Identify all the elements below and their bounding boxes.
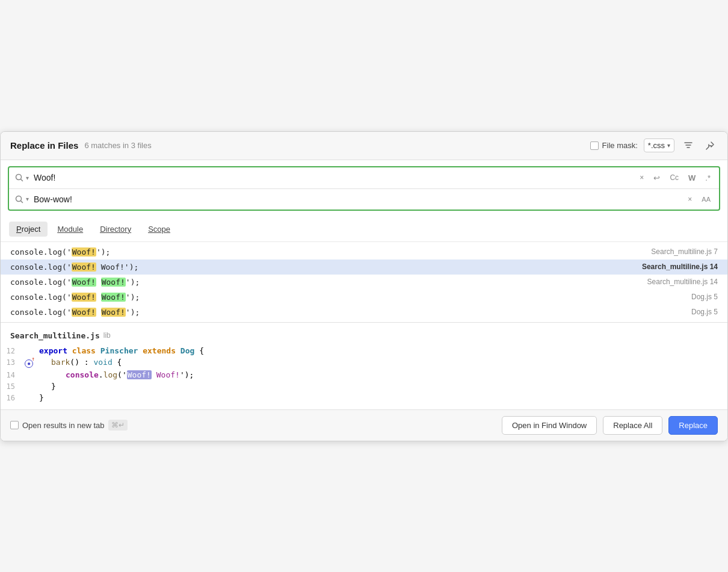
preserve-case-icon[interactable]: AA [699, 194, 713, 204]
scope-tabs: Project Module Directory Scope [1, 217, 727, 242]
open-new-tab-area: Open results in new tab ⌘↵ [10, 420, 496, 431]
tab-scope[interactable]: Scope [141, 222, 177, 237]
open-new-tab-checkbox[interactable] [10, 421, 19, 429]
whole-word-icon[interactable]: W [686, 172, 698, 184]
code-lines: 12 export class Pinscher extends Dog { 1… [1, 345, 727, 403]
tab-in-project[interactable]: Project [9, 222, 48, 237]
file-mask-label: File mask: [590, 141, 638, 150]
case-sensitive-icon[interactable]: Cc [667, 172, 681, 183]
file-mask-checkbox[interactable] [590, 141, 599, 150]
replace-button[interactable]: Replace [668, 416, 718, 435]
result-file: Search_multiline.js 7 [651, 247, 718, 256]
open-new-tab-label: Open results in new tab [22, 421, 105, 430]
regex-icon[interactable]: .* [703, 172, 713, 184]
file-mask-input[interactable]: *.css ▾ [644, 138, 674, 152]
replace-input[interactable]: Bow-wow! [34, 194, 680, 204]
search-actions: × ↩ Cc W .* [637, 172, 713, 184]
clear-replace-icon[interactable]: × [685, 194, 694, 205]
result-code: console.log('Woof! Woof!'); [10, 293, 684, 302]
search-section: ▾ Woof! × ↩ Cc W .* ▾ Bow-wow! × [8, 166, 720, 211]
line-number: 15 [1, 382, 25, 391]
search-input[interactable]: Woof! [34, 173, 632, 182]
line-content: } [37, 382, 727, 391]
tab-directory[interactable]: Directory [93, 222, 138, 237]
line-content: } [37, 393, 727, 402]
clear-search-icon[interactable]: × [637, 172, 646, 183]
code-preview-header: Search_multiline.js lib [1, 329, 727, 345]
line-number: 16 [1, 394, 25, 402]
line-content: export class Pinscher extends Dog { [37, 346, 727, 355]
preview-filename: Search_multiline.js [10, 331, 100, 340]
line-content: console.log('Woof! Woof!'); [37, 370, 727, 379]
search-icon: ▾ [15, 173, 29, 182]
replace-icon: ▾ [15, 195, 29, 204]
result-row[interactable]: console.log('Woof! Woof!'); Search_multi… [1, 275, 727, 290]
footer: Open results in new tab ⌘↵ Open in Find … [1, 410, 727, 441]
arrow-up-icon: ↑ [32, 356, 35, 362]
result-file: Dog.js 5 [691, 308, 718, 316]
tab-module[interactable]: Module [50, 222, 90, 237]
header: Replace in Files 6 matches in 3 files Fi… [1, 132, 727, 160]
shortcut-badge: ⌘↵ [108, 420, 128, 431]
line-gutter: ● ↑ [25, 359, 37, 368]
code-line-15: 15 } [1, 381, 727, 392]
line-number: 12 [1, 347, 25, 355]
preview-lib: lib [103, 331, 111, 340]
code-line-13: 13 ● ↑ bark() : void { [1, 356, 727, 369]
search-row: ▾ Woof! × ↩ Cc W .* [9, 167, 719, 189]
result-code: console.log('Woof! Woof!'); [10, 263, 635, 272]
line-content: bark() : void { [37, 358, 727, 367]
line-number: 14 [1, 371, 25, 379]
result-row[interactable]: console.log('Woof! Woof!'); Dog.js 5 [1, 290, 727, 305]
chevron-down-icon: ▾ [667, 142, 670, 149]
undo-icon[interactable]: ↩ [651, 172, 662, 184]
pin-icon[interactable] [702, 138, 718, 154]
line-number: 13 [1, 358, 25, 367]
results-list: console.log('Woof!'); Search_multiline.j… [1, 242, 727, 323]
panel-title: Replace in Files [10, 140, 78, 151]
code-line-16: 16 } [1, 392, 727, 403]
replace-all-button[interactable]: Replace All [603, 416, 662, 435]
open-find-window-button[interactable]: Open in Find Window [502, 416, 597, 435]
result-code: console.log('Woof! Woof!'); [10, 308, 684, 317]
file-mask-value: *.css [648, 141, 665, 150]
replace-in-files-panel: Replace in Files 6 matches in 3 files Fi… [0, 131, 728, 441]
result-code: console.log('Woof!'); [10, 247, 644, 256]
result-row[interactable]: console.log('Woof!'); Search_multiline.j… [1, 244, 727, 260]
result-file: Search_multiline.js 14 [642, 263, 718, 271]
result-code: console.log('Woof! Woof!'); [10, 278, 640, 287]
code-preview: Search_multiline.js lib 12 export class … [1, 323, 727, 410]
result-file: Dog.js 5 [691, 293, 718, 301]
code-line-12: 12 export class Pinscher extends Dog { [1, 345, 727, 356]
code-line-14: 14 console.log('Woof! Woof!'); [1, 369, 727, 381]
result-row[interactable]: console.log('Woof! Woof!'); Dog.js 5 [1, 305, 727, 320]
result-file: Search_multiline.js 14 [647, 278, 718, 286]
filter-icon[interactable] [680, 138, 696, 154]
replace-actions: × AA [685, 194, 713, 205]
breakpoint-icon[interactable]: ● ↑ [25, 359, 33, 368]
result-row[interactable]: console.log('Woof! Woof!'); Search_multi… [1, 260, 727, 275]
matches-count: 6 matches in 3 files [84, 141, 584, 150]
replace-row: ▾ Bow-wow! × AA [9, 189, 719, 210]
